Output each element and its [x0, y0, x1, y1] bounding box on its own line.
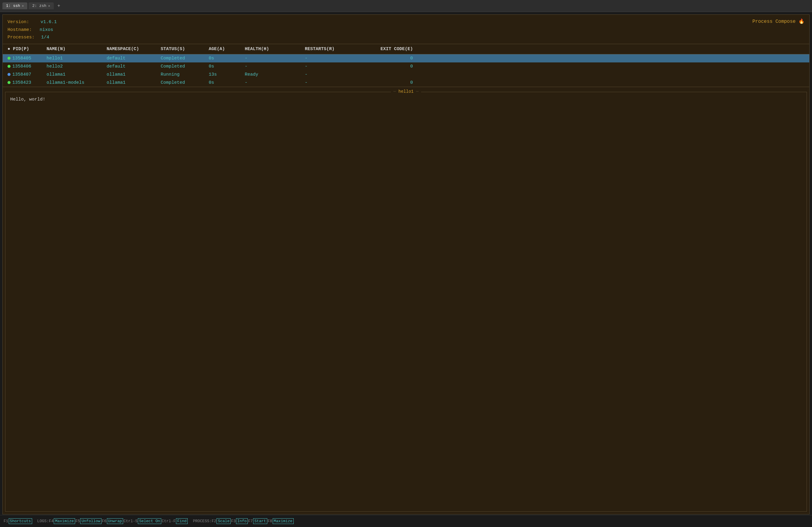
col-header-restarts: RESTARTS(R) — [305, 46, 365, 51]
col-header-age: AGE(A) — [209, 46, 245, 51]
col-header-exit: EXIT CODE(E) — [365, 46, 419, 51]
tab-add-button[interactable]: + — [55, 2, 63, 10]
tab-ssh-label: 1: ssh — [6, 4, 20, 8]
processes-line: Processes: 1/4 — [8, 34, 57, 41]
col-header-name: NAME(N) — [46, 46, 106, 51]
hostname-label: Hostname: — [8, 27, 32, 32]
log-title: ─ hello1 ─ — [391, 89, 421, 94]
ctrls-label: Ctrl-S — [124, 519, 137, 523]
row3-health: - — [245, 80, 305, 85]
f5-label: F5 — [75, 519, 80, 523]
row2-age: 13s — [209, 72, 245, 77]
maximize-key[interactable]: Maximize — [54, 518, 75, 524]
col-header-health: HEALTH(H) — [245, 46, 305, 51]
row3-pid: 1358423 — [8, 80, 46, 85]
header-info: Version: v1.6.1 Hostname: nixos Processe… — [3, 15, 809, 44]
row0-namespace: default — [106, 56, 161, 61]
row2-status: Running — [161, 72, 209, 77]
find-key[interactable]: Find — [176, 518, 188, 524]
process-table: ● PID(P) NAME(N) NAMESPACE(C) STATUS(S) … — [3, 44, 809, 87]
version-line: Version: v1.6.1 — [8, 18, 57, 26]
row1-pid: 1358406 — [8, 64, 46, 69]
processes-value: 1/4 — [41, 35, 49, 40]
table-row[interactable]: 1358405 hello1 default Completed 0s - - … — [3, 54, 809, 62]
ctrlf-label: Ctrl-F — [162, 519, 176, 523]
header-left: Version: v1.6.1 Hostname: nixos Processe… — [8, 18, 57, 41]
scale-key[interactable]: Scale — [217, 518, 231, 524]
tab-ssh-close[interactable]: ✕ — [22, 4, 24, 8]
select-on-key[interactable]: Select On — [138, 518, 161, 524]
tab-zsh-label: 2: zsh — [32, 4, 46, 8]
row0-pid: 1358405 — [8, 56, 46, 61]
row2-restarts: - — [305, 72, 365, 77]
hostname-line: Hostname: nixos — [8, 26, 57, 34]
processes-label: Processes: — [8, 35, 34, 40]
row1-restarts: - — [305, 64, 365, 69]
col-header-pid: ● PID(P) — [8, 46, 46, 51]
process-label: PROCESS: — [193, 519, 212, 523]
row0-status: Completed — [161, 56, 209, 61]
maximize2-key[interactable]: Maximize — [273, 518, 294, 524]
row0-name: hello1 — [46, 56, 106, 61]
row3-namespace: ollama1 — [106, 80, 161, 85]
tab-ssh[interactable]: 1: ssh ✕ — [2, 2, 27, 9]
row3-restarts: - — [305, 80, 365, 85]
f6-label: F6 — [102, 519, 106, 523]
shortcuts-key[interactable]: Shortcuts — [9, 518, 32, 524]
unfollow-key[interactable]: Unfollow — [80, 518, 101, 524]
f7-label: F7 — [248, 519, 253, 523]
row1-name: hello2 — [46, 64, 106, 69]
tab-zsh[interactable]: 2: zsh ✕ — [29, 2, 54, 9]
main-panel: Version: v1.6.1 Hostname: nixos Processe… — [2, 14, 810, 514]
row0-health: - — [245, 56, 305, 61]
row1-status: Completed — [161, 64, 209, 69]
row2-name: ollama1 — [46, 72, 106, 77]
tab-bar: 1: ssh ✕ 2: zsh ✕ + — [0, 0, 812, 12]
row3-status: Completed — [161, 80, 209, 85]
row1-exit: 0 — [365, 64, 419, 69]
version-label: Version: — [8, 19, 29, 25]
col-header-status: STATUS(S) — [161, 46, 209, 51]
row3-exit: 0 — [365, 80, 419, 85]
row2-health: Ready — [245, 72, 305, 77]
tab-zsh-close[interactable]: ✕ — [48, 4, 50, 8]
log-panel: ─ hello1 ─ Hello, world! — [5, 92, 807, 512]
start-key[interactable]: Start — [253, 518, 267, 524]
row1-age: 0s — [209, 64, 245, 69]
col-header-namespace: NAMESPACE(C) — [106, 46, 161, 51]
row0-exit: 0 — [365, 56, 419, 61]
unwrap-key[interactable]: Unwrap — [107, 518, 124, 524]
f1-label: F1 — [4, 519, 9, 523]
table-header: ● PID(P) NAME(N) NAMESPACE(C) STATUS(S) … — [3, 44, 809, 54]
version-value: v1.6.1 — [41, 19, 57, 25]
f4-label: F4 — [49, 519, 54, 523]
row1-dot — [8, 65, 11, 68]
f2-label: F2 — [212, 519, 217, 523]
row3-name: ollama1-models — [46, 80, 106, 85]
row0-restarts: - — [305, 56, 365, 61]
f3-label: F3 — [231, 519, 236, 523]
row1-namespace: default — [106, 64, 161, 69]
table-row[interactable]: 1358406 hello2 default Completed 0s - - … — [3, 62, 809, 71]
row0-dot — [8, 57, 11, 60]
f8-label: F8 — [267, 519, 272, 523]
row2-pid: 1358407 — [8, 72, 46, 77]
table-row[interactable]: 1358423 ollama1-models ollama1 Completed… — [3, 79, 809, 87]
log-content: Hello, world! — [5, 92, 807, 512]
row3-dot — [8, 81, 11, 84]
app-title: Process Compose 🔥 — [752, 18, 804, 24]
row2-dot — [8, 73, 11, 76]
table-row[interactable]: 1358407 ollama1 ollama1 Running 13s Read… — [3, 71, 809, 79]
row2-namespace: ollama1 — [106, 72, 161, 77]
row1-health: - — [245, 64, 305, 69]
row0-age: 0s — [209, 56, 245, 61]
row3-age: 0s — [209, 80, 245, 85]
hostname-value: nixos — [40, 27, 53, 32]
bottom-bar: F1 Shortcuts LOGS: F4 Maximize F5 Unfoll… — [0, 515, 812, 527]
info-key[interactable]: Info — [236, 518, 248, 524]
logs-label: LOGS: — [37, 519, 49, 523]
